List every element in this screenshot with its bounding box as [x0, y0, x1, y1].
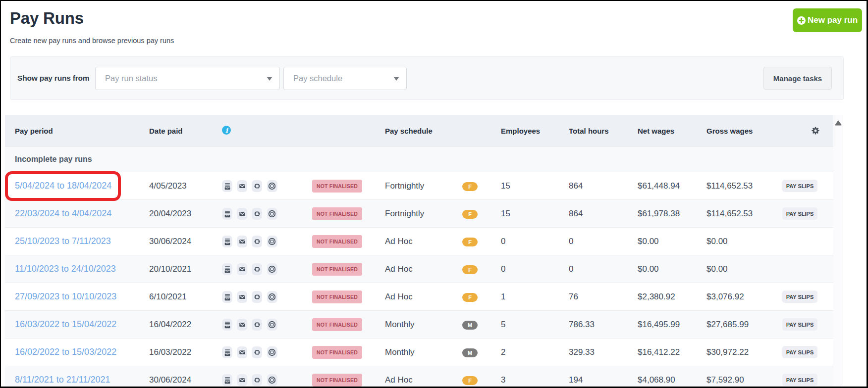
pay-slips-button[interactable]: PAY SLIPS	[782, 346, 817, 358]
pay-run-row: 5/04/2024 to 18/04/2024 4/05/2023	[5, 172, 833, 199]
sync-icon[interactable]	[252, 236, 262, 247]
pay-period-cell: 16/02/2022 to 15/03/2022	[15, 347, 149, 357]
header-total-hours: Total hours	[569, 127, 638, 135]
schedule-badge: F	[462, 265, 478, 274]
schedule-badge-cell: F	[462, 209, 501, 219]
email-icon[interactable]	[237, 319, 247, 331]
employees-cell: 15	[501, 181, 569, 191]
total-hours-cell: 76	[569, 292, 638, 302]
row-actions-cell	[222, 291, 312, 303]
pay-slips-button[interactable]: PAY SLIPS	[782, 374, 817, 386]
pay-slips-cell: PAY SLIPS	[782, 374, 833, 386]
pay-run-status-select[interactable]: Pay run status	[95, 67, 280, 90]
manage-tasks-button[interactable]: Manage tasks	[763, 67, 832, 90]
pay-slips-button[interactable]: PAY SLIPS	[782, 291, 817, 303]
header-pay-schedule: Pay schedule	[385, 127, 462, 135]
print-icon[interactable]	[222, 291, 232, 303]
gross-wages-cell: $7,592.90	[706, 375, 782, 385]
net-wages-cell: $0.00	[638, 264, 706, 274]
date-paid-cell: 6/10/2021	[149, 292, 222, 302]
employees-cell: 5	[501, 320, 569, 330]
email-icon[interactable]	[237, 180, 247, 192]
pay-schedule-cell: Fortnightly	[385, 209, 462, 219]
info-circle-icon[interactable]: i	[222, 126, 231, 135]
lifebuoy-icon[interactable]	[267, 208, 277, 220]
sync-icon[interactable]	[252, 180, 262, 192]
sync-icon[interactable]	[252, 319, 262, 331]
lifebuoy-icon[interactable]	[267, 236, 277, 247]
pay-schedule-select[interactable]: Pay schedule	[283, 67, 407, 90]
lifebuoy-icon[interactable]	[267, 291, 277, 303]
email-icon[interactable]	[237, 208, 247, 220]
pay-schedule-cell: Ad Hoc	[385, 264, 462, 274]
email-icon[interactable]	[237, 236, 247, 247]
net-wages-cell: $16,412.22	[638, 347, 706, 357]
schedule-badge: M	[462, 321, 478, 330]
pay-period-link[interactable]: 16/02/2022 to 15/03/2022	[15, 347, 116, 357]
lifebuoy-icon[interactable]	[267, 374, 277, 386]
pay-slips-cell: PAY SLIPS	[782, 291, 833, 303]
gross-wages-cell: $27,685.99	[706, 320, 782, 330]
pay-slips-cell: PAY SLIPS	[782, 180, 833, 192]
lifebuoy-icon[interactable]	[267, 180, 277, 192]
print-icon[interactable]	[222, 180, 232, 192]
schedule-badge: F	[462, 210, 478, 219]
status-badge: NOT FINALISED	[312, 374, 362, 387]
pay-run-row: 8/11/2021 to 21/11/2021 30/06/2024	[5, 366, 833, 388]
pay-slips-cell: PAY SLIPS	[782, 207, 833, 220]
email-icon[interactable]	[237, 291, 247, 303]
gross-wages-cell: $114,652.53	[706, 209, 782, 219]
pay-period-cell: 25/10/2023 to 7/11/2023	[15, 236, 149, 246]
pay-period-cell: 8/11/2021 to 21/11/2021	[15, 375, 149, 385]
sync-icon[interactable]	[252, 374, 262, 386]
pay-slips-button[interactable]: PAY SLIPS	[782, 180, 817, 192]
print-icon[interactable]	[222, 346, 232, 358]
pay-period-link[interactable]: 11/10/2023 to 24/10/2023	[15, 264, 116, 274]
sync-icon[interactable]	[252, 291, 262, 303]
total-hours-cell: 864	[569, 181, 638, 191]
sync-icon[interactable]	[252, 263, 262, 275]
pay-slips-button[interactable]: PAY SLIPS	[782, 318, 817, 331]
status-badge: NOT FINALISED	[312, 207, 362, 220]
pay-period-link[interactable]: 5/04/2024 to 18/04/2024	[15, 181, 111, 191]
filter-label: Show pay runs from	[17, 57, 89, 99]
header-settings	[782, 127, 833, 135]
new-pay-run-button[interactable]: New pay run	[793, 8, 862, 32]
total-hours-cell: 864	[569, 209, 638, 219]
print-icon[interactable]	[222, 319, 232, 331]
gross-wages-cell: $30,972.22	[706, 347, 782, 357]
lifebuoy-icon[interactable]	[267, 346, 277, 358]
schedule-badge-cell: M	[462, 320, 501, 330]
print-icon[interactable]	[222, 208, 232, 220]
lifebuoy-icon[interactable]	[267, 319, 277, 331]
row-actions-cell	[222, 374, 312, 386]
net-wages-cell: $2,380.92	[638, 292, 706, 302]
header-date-paid: Date paid	[149, 127, 222, 135]
pay-period-link[interactable]: 22/03/2024 to 4/04/2024	[15, 208, 111, 218]
email-icon[interactable]	[237, 346, 247, 358]
email-icon[interactable]	[237, 374, 247, 386]
pay-period-link[interactable]: 16/03/2022 to 15/04/2022	[15, 319, 116, 329]
sync-icon[interactable]	[252, 208, 262, 220]
pay-slips-cell: PAY SLIPS	[782, 263, 833, 275]
sync-icon[interactable]	[252, 346, 262, 358]
pay-period-link[interactable]: 27/09/2023 to 10/10/2023	[15, 291, 116, 301]
pay-slips-cell: PAY SLIPS	[782, 346, 833, 358]
print-icon[interactable]	[222, 263, 232, 275]
table-scrollbar[interactable]	[833, 115, 843, 387]
gear-icon[interactable]	[812, 127, 819, 135]
pay-period-link[interactable]: 25/10/2023 to 7/11/2023	[15, 236, 111, 246]
schedule-badge: M	[462, 348, 478, 357]
employees-cell: 15	[501, 209, 569, 219]
email-icon[interactable]	[237, 263, 247, 275]
print-icon[interactable]	[222, 236, 232, 247]
scroll-up-arrow-icon[interactable]	[835, 120, 842, 126]
pay-slips-cell: PAY SLIPS	[782, 318, 833, 331]
pay-run-row: 11/10/2023 to 24/10/2023 20/10/2021	[5, 255, 833, 283]
app-window: Pay Runs Create new pay runs and browse …	[0, 0, 868, 388]
pay-slips-button[interactable]: PAY SLIPS	[782, 207, 817, 220]
lifebuoy-icon[interactable]	[267, 263, 277, 275]
print-icon[interactable]	[222, 374, 232, 386]
pay-period-link[interactable]: 8/11/2021 to 21/11/2021	[15, 375, 110, 385]
pay-run-row: 27/09/2023 to 10/10/2023 6/10/2021	[5, 283, 833, 310]
